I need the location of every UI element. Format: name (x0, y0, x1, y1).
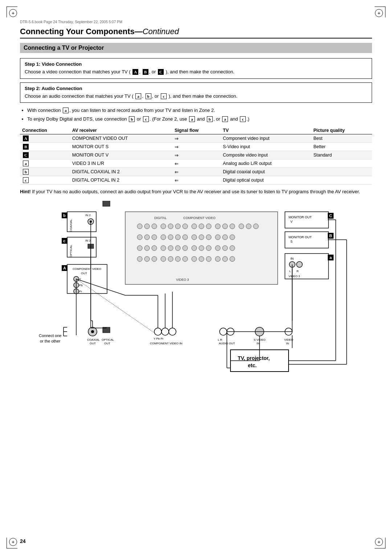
table-row: B MONITOR OUT S ⇒ S-Video input Better (20, 143, 372, 151)
svg-text:B: B (329, 234, 332, 238)
svg-point-7 (168, 224, 173, 229)
step2-text: Choose an audio connection that matches … (25, 93, 367, 100)
conn-badge: C (20, 151, 70, 159)
bullet-list: With connection a, you can listen to and… (27, 106, 372, 123)
bullet-1: With connection a, you can listen to and… (27, 106, 372, 114)
tv-value: Analog audio L/R output (221, 159, 311, 168)
quality-value: Best (311, 134, 372, 143)
av-value: MONITOR OUT S (70, 143, 172, 151)
svg-point-119 (154, 328, 162, 335)
svg-point-22 (161, 235, 166, 240)
svg-point-38 (183, 246, 188, 251)
svg-point-47 (152, 256, 157, 262)
svg-point-46 (144, 256, 150, 262)
badge-a: a (135, 93, 141, 99)
svg-text:VIDEO 3: VIDEO 3 (289, 275, 300, 278)
flow-value: ⇐ (172, 176, 221, 185)
svg-point-32 (137, 246, 142, 251)
svg-text:COAXIAL: COAXIAL (87, 338, 100, 341)
tv-value: Digital optical output (221, 176, 311, 185)
svg-point-16 (239, 224, 244, 229)
badge-c-inline: c (143, 116, 149, 122)
conn-badge: A (20, 134, 70, 143)
svg-point-15 (230, 224, 235, 229)
svg-text:L        R: L R (218, 338, 222, 341)
corner-circle-bl (9, 538, 17, 546)
svg-text:OUT: OUT (90, 342, 96, 345)
svg-text:VIDEO: VIDEO (284, 338, 293, 341)
svg-point-54 (206, 256, 211, 262)
col-signal-flow: Signal flow (172, 127, 221, 134)
svg-point-33 (144, 246, 150, 251)
col-tv: TV (221, 127, 311, 134)
tv-value: S-Video input (221, 143, 311, 151)
svg-point-124 (220, 328, 227, 335)
svg-text:DIGITAL: DIGITAL (154, 216, 167, 220)
svg-point-30 (222, 235, 228, 240)
badge-A: A (132, 69, 138, 75)
flow-value: ⇒ (172, 134, 221, 143)
svg-point-34 (152, 246, 157, 251)
svg-text:VIDEO 3: VIDEO 3 (176, 278, 189, 281)
badge-c2: c (240, 116, 246, 122)
svg-text:L: L (289, 270, 291, 273)
quality-value: Better (311, 143, 372, 151)
svg-point-10 (192, 224, 197, 229)
svg-point-39 (192, 246, 197, 251)
svg-line-106 (76, 279, 158, 335)
svg-text:COMPONENT VIDEO: COMPONENT VIDEO (183, 216, 216, 220)
flow-value: ⇒ (172, 143, 221, 151)
svg-point-112 (91, 330, 94, 333)
connection-table: Connection AV receiver Signal flow TV Pi… (20, 127, 372, 185)
svg-point-41 (206, 246, 211, 251)
quality-value (311, 168, 372, 176)
conn-badge: b (20, 168, 70, 176)
badge-c: c (161, 93, 167, 99)
svg-point-17 (246, 224, 251, 229)
conn-badge: a (20, 159, 70, 168)
step2-box: Step 2: Audio Connection Choose an audio… (20, 82, 372, 103)
svg-point-45 (137, 256, 142, 262)
svg-rect-115 (103, 201, 110, 206)
svg-point-40 (199, 246, 204, 251)
svg-point-120 (162, 328, 169, 335)
corner-circle-br (375, 538, 383, 546)
svg-point-11 (199, 224, 204, 229)
svg-point-26 (192, 235, 197, 240)
svg-point-99 (297, 262, 302, 267)
svg-text:COMPONENT VIDEO IN: COMPONENT VIDEO IN (150, 342, 182, 345)
svg-text:R: R (297, 270, 299, 273)
flow-value: ⇐ (172, 159, 221, 168)
svg-text:Connect one: Connect one (39, 333, 61, 338)
svg-point-20 (144, 235, 150, 240)
svg-point-24 (175, 235, 180, 240)
badge-b: b (146, 93, 151, 99)
step2-title: Step 2: Audio Connection (25, 86, 367, 91)
bullet-2: To enjoy Dolby Digital and DTS, use conn… (27, 115, 372, 123)
hint-title: Hint! (20, 189, 31, 194)
svg-text:etc.: etc. (248, 362, 257, 368)
svg-text:TV, projector,: TV, projector, (238, 355, 270, 361)
svg-text:COMPONENT VIDEO: COMPONENT VIDEO (73, 267, 101, 271)
svg-point-42 (215, 246, 220, 251)
badge-b2: b (207, 116, 213, 122)
quality-value (311, 176, 372, 185)
badge-a2: a (189, 116, 195, 122)
svg-point-57 (230, 256, 235, 262)
svg-text:C: C (329, 214, 332, 218)
conn-badge: c (20, 176, 70, 185)
tv-value: Component video input (221, 134, 311, 143)
av-value: DIGITAL COAXIAL IN 2 (70, 168, 172, 176)
svg-text:a: a (330, 255, 332, 260)
svg-point-4 (144, 224, 150, 229)
svg-text:IN 2: IN 2 (85, 239, 91, 242)
svg-point-31 (230, 235, 235, 240)
svg-point-3 (137, 224, 142, 229)
svg-text:Pr: Pr (79, 290, 82, 293)
conn-badge: B (20, 143, 70, 151)
quality-value: Standard (311, 151, 372, 159)
step1-text: Choose a video connection that matches y… (25, 68, 367, 76)
badge-C: C (158, 69, 164, 75)
svg-text:c: c (63, 239, 65, 243)
svg-text:or the other: or the other (40, 339, 61, 343)
